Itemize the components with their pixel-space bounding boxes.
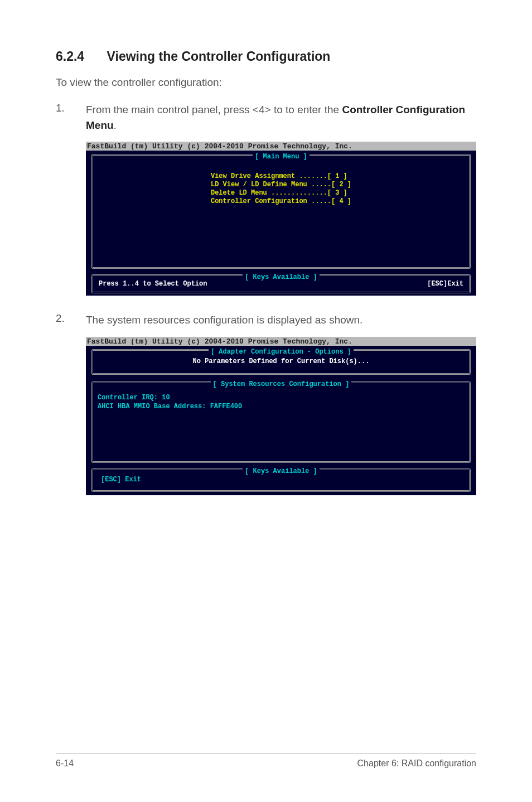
main-menu-title: [ Main Menu ]	[253, 153, 309, 161]
system-resources-text: Controller IRQ: 10 AHCI HBA MMIO Base Ad…	[93, 393, 469, 411]
step-1-text: From the main control panel, press <4> t…	[86, 102, 476, 133]
step-1-pre: From the main control panel, press <4> t…	[86, 104, 342, 115]
step-1-post: .	[114, 119, 117, 131]
keys-title-2: [ Keys Available ]	[243, 467, 320, 475]
main-menu-box: [ Main Menu ] View Drive Assignment ....…	[91, 154, 471, 269]
terminal1-header: FastBuild (tm) Utility (c) 2004-2010 Pro…	[86, 142, 476, 151]
keys-left-text: Press 1..4 to Select Option	[99, 280, 207, 288]
adapter-options-text: No Parameters Defined for Current Disk(s…	[93, 357, 469, 365]
main-menu-items: View Drive Assignment .......[ 1 ] LD Vi…	[211, 172, 351, 206]
page-footer: 6-14 Chapter 6: RAID configuration	[56, 753, 476, 769]
step-1: 1. From the main control panel, press <4…	[56, 102, 476, 133]
keys-available-box-2: [ Keys Available ] [ESC] Exit	[91, 468, 471, 492]
chapter-label: Chapter 6: RAID configuration	[357, 758, 476, 769]
page-number: 6-14	[56, 758, 74, 769]
keys-right-text: [ESC]Exit	[427, 280, 463, 288]
system-resources-box: [ System Resources Configuration ] Contr…	[91, 381, 471, 463]
terminal-screenshot-2: FastBuild (tm) Utility (c) 2004-2010 Pro…	[86, 337, 476, 495]
system-resources-title: [ System Resources Configuration ]	[211, 380, 352, 388]
step-1-number: 1.	[56, 102, 86, 133]
adapter-options-box: [ Adapter Configuration - Options ] No P…	[91, 349, 471, 375]
keys-available-box-1: [ Keys Available ] Press 1..4 to Select …	[91, 274, 471, 293]
keys-title-1: [ Keys Available ]	[243, 273, 320, 281]
terminal-screenshot-1: FastBuild (tm) Utility (c) 2004-2010 Pro…	[86, 142, 476, 296]
section-heading: 6.2.4 Viewing the Controller Configurati…	[56, 49, 476, 64]
adapter-options-title: [ Adapter Configuration - Options ]	[209, 348, 354, 356]
step-2-number: 2.	[56, 312, 86, 328]
intro-text: To view the controller configuration:	[56, 76, 476, 89]
step-2: 2. The system resources configuration is…	[56, 312, 476, 328]
section-number: 6.2.4	[56, 49, 84, 64]
terminal2-header: FastBuild (tm) Utility (c) 2004-2010 Pro…	[86, 337, 476, 346]
section-title: Viewing the Controller Configuration	[107, 49, 331, 64]
step-2-text: The system resources configuration is di…	[86, 312, 362, 328]
